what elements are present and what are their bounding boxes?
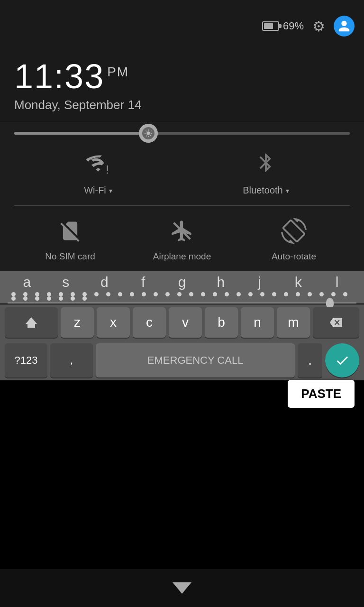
enter-key[interactable] <box>325 343 359 377</box>
navigation-bar <box>0 569 364 607</box>
airplane-label: Airplane mode <box>153 251 211 262</box>
back-button[interactable] <box>173 579 191 598</box>
key-c[interactable]: c <box>133 307 166 338</box>
key-n[interactable]: n <box>241 307 274 338</box>
airplane-toggle[interactable]: Airplane mode <box>126 215 238 262</box>
bluetooth-toggle[interactable]: Bluetooth ▾ <box>182 146 350 196</box>
wifi-icon-area: ! <box>82 146 115 179</box>
brightness-thumb[interactable] <box>139 124 158 143</box>
settings-icon[interactable]: ⚙ <box>312 18 325 35</box>
text-input-area[interactable]: a s d f g h j k l <box>0 271 364 304</box>
key-z[interactable]: z <box>61 307 94 338</box>
user-avatar[interactable] <box>334 16 355 37</box>
battery-indicator: 69% <box>262 20 304 32</box>
quick-settings-panel: ! Wi-Fi ▾ Bluetooth ▾ <box>0 122 364 271</box>
text-underline <box>8 303 356 304</box>
battery-percentage: 69% <box>283 20 304 32</box>
autorotate-icon <box>278 215 309 247</box>
keyboard-row-2: z x c v b n m <box>0 304 364 340</box>
wifi-toggle[interactable]: ! Wi-Fi ▾ <box>14 146 182 196</box>
status-bar: 69% ⚙ <box>0 0 364 52</box>
keyboard[interactable]: z x c v b n m ?123 , EMERGENCY CALL . <box>0 304 364 380</box>
bluetooth-dropdown-arrow[interactable]: ▾ <box>286 187 289 194</box>
nosim-label: No SIM card <box>45 251 95 262</box>
bluetooth-icon-area <box>249 146 282 179</box>
keyboard-letters-row: a s d f g h j k l <box>8 274 356 290</box>
password-dots <box>8 290 356 303</box>
bluetooth-label[interactable]: Bluetooth ▾ <box>243 185 289 196</box>
brightness-row[interactable] <box>14 132 350 135</box>
key-b[interactable]: b <box>205 307 238 338</box>
symbol-key[interactable]: ?123 <box>5 343 47 377</box>
key-m[interactable]: m <box>277 307 310 338</box>
nosim-icon <box>55 215 86 247</box>
paste-popup[interactable]: PASTE <box>288 380 355 408</box>
period-key[interactable]: . <box>298 343 322 377</box>
date-display: Monday, September 14 <box>14 98 350 112</box>
brightness-slider[interactable] <box>14 132 350 135</box>
autorotate-label: Auto-rotate <box>272 251 316 262</box>
comma-key[interactable]: , <box>50 343 93 377</box>
airplane-icon <box>166 215 198 247</box>
key-v[interactable]: v <box>169 307 202 338</box>
wifi-dropdown-arrow[interactable]: ▾ <box>109 187 112 194</box>
nosim-toggle[interactable]: No SIM card <box>14 215 126 262</box>
quick-toggle-row-2: No SIM card Airplane mode Auto-rotate <box>14 211 350 262</box>
autorotate-toggle[interactable]: Auto-rotate <box>238 215 350 262</box>
emergency-call-key[interactable]: EMERGENCY CALL <box>96 343 295 377</box>
backspace-key[interactable] <box>313 307 359 338</box>
battery-icon <box>262 21 279 31</box>
wifi-label[interactable]: Wi-Fi ▾ <box>84 185 112 196</box>
time-display: 11:33PM <box>14 57 350 96</box>
keyboard-bottom-row: ?123 , EMERGENCY CALL . <box>0 340 364 380</box>
shift-key[interactable] <box>5 307 58 338</box>
svg-text:!: ! <box>106 164 109 176</box>
key-x[interactable]: x <box>97 307 130 338</box>
quick-toggle-row-1: ! Wi-Fi ▾ Bluetooth ▾ <box>14 146 350 206</box>
time-area: 11:33PM Monday, September 14 <box>0 52 364 122</box>
